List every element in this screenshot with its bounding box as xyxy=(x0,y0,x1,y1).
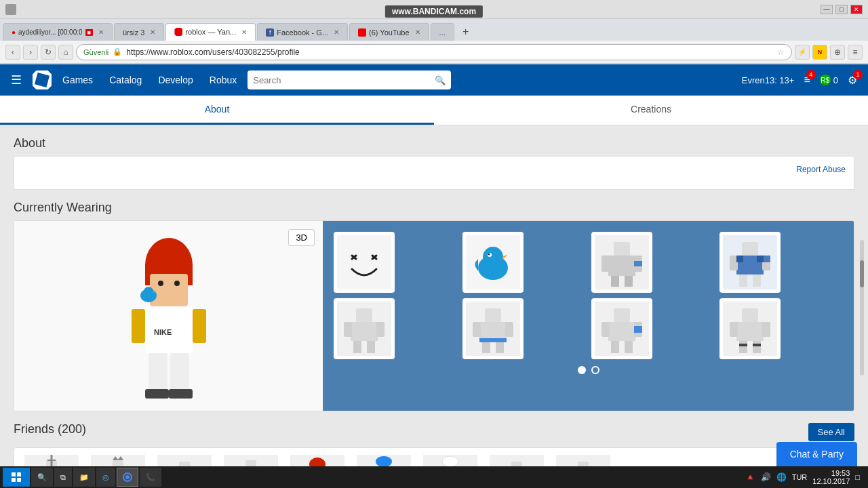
item-shirt[interactable] xyxy=(591,232,652,293)
tab-roblox[interactable]: roblox — Yan... ✕ xyxy=(165,23,256,41)
tab-close-4[interactable]: ✕ xyxy=(415,28,420,36)
taskbar-phone[interactable]: 📞 xyxy=(140,468,161,487)
avatar-preview: 3D NIKE xyxy=(14,221,323,411)
notification-icon[interactable]: 🔺 xyxy=(745,472,755,482)
title-bar-left xyxy=(5,4,16,15)
btn-3d[interactable]: 3D xyxy=(288,229,315,246)
tab-close-0[interactable]: ✕ xyxy=(98,28,104,36)
scroll-thumb[interactable] xyxy=(860,260,864,287)
tab-creations[interactable]: Creations xyxy=(434,96,868,125)
svg-rect-29 xyxy=(608,256,635,276)
chat-party-bar[interactable]: Chat & Party xyxy=(776,442,857,466)
chrome-taskbar-icon xyxy=(123,472,132,482)
scrollbar[interactable] xyxy=(860,240,864,375)
tab-youtube[interactable]: (6) YouTube ✕ xyxy=(349,23,429,41)
hamburger-menu[interactable]: ☰ xyxy=(11,73,22,87)
svg-rect-12 xyxy=(169,389,193,399)
nav-robux[interactable]: Robux xyxy=(210,75,237,85)
star-icon[interactable]: ☆ xyxy=(777,47,785,57)
item-body4[interactable] xyxy=(719,298,781,359)
item-pants[interactable] xyxy=(719,232,781,293)
taskbar-explorer[interactable]: 📁 xyxy=(73,468,95,487)
svg-rect-11 xyxy=(145,389,169,399)
taskbar-search[interactable]: 🔍 xyxy=(31,468,53,487)
settings-button[interactable]: ⚙ 1 xyxy=(848,74,857,87)
search-input[interactable] xyxy=(253,75,431,85)
svg-point-26 xyxy=(488,253,490,256)
profile-tabs: About Creations xyxy=(0,96,868,125)
reload-button[interactable]: ↻ xyxy=(41,45,56,60)
item-body3[interactable] xyxy=(591,298,652,359)
svg-point-152 xyxy=(125,475,130,479)
svg-rect-57 xyxy=(505,322,513,337)
tab-youtube-label: (6) YouTube xyxy=(369,28,410,37)
svg-rect-71 xyxy=(736,322,764,341)
svg-rect-43 xyxy=(743,256,750,262)
svg-rect-63 xyxy=(608,322,635,341)
svg-rect-47 xyxy=(356,308,372,322)
tab-2-label: ürsiz 3 xyxy=(123,28,144,37)
svg-point-132 xyxy=(442,456,458,467)
taskbar-browser[interactable]: ◎ xyxy=(96,468,115,487)
forward-button[interactable]: › xyxy=(23,45,38,60)
see-all-button[interactable]: See All xyxy=(808,423,854,441)
taskbar-chrome[interactable] xyxy=(117,468,138,487)
title-bar: — □ ✕ xyxy=(0,0,868,19)
tab-facebook[interactable]: f Facebook - G... ✕ xyxy=(257,23,348,41)
svg-rect-64 xyxy=(601,322,610,337)
svg-rect-55 xyxy=(479,322,507,341)
item-body1[interactable] xyxy=(334,298,395,359)
svg-rect-45 xyxy=(764,256,770,262)
tab-extra[interactable]: ... xyxy=(431,23,454,41)
maximize-button[interactable]: □ xyxy=(835,5,848,14)
network-icon[interactable]: 🌐 xyxy=(776,472,787,482)
taskbar-taskview[interactable]: ⧉ xyxy=(54,468,72,487)
svg-rect-62 xyxy=(614,308,630,322)
volume-icon[interactable]: 🔊 xyxy=(761,472,771,482)
menu-button[interactable]: ≡ xyxy=(848,45,863,60)
tab-about[interactable]: About xyxy=(0,96,434,125)
tab-recording[interactable]: ● aydediliyor... [00:00:0 ■ ✕ xyxy=(3,23,113,41)
tab-close-3[interactable]: ✕ xyxy=(334,28,339,36)
svg-rect-42 xyxy=(736,256,743,262)
tab-close-1[interactable]: ✕ xyxy=(150,28,155,36)
tab-2[interactable]: ürsiz 3 ✕ xyxy=(114,23,164,41)
roblox-logo[interactable] xyxy=(33,70,52,89)
minimize-button[interactable]: — xyxy=(821,5,833,14)
add-tab-button[interactable]: ⊕ xyxy=(830,45,845,60)
svg-point-14 xyxy=(144,287,153,296)
search-bar[interactable]: 🔍 xyxy=(248,70,451,89)
item-body2[interactable] xyxy=(462,298,524,359)
svg-point-124 xyxy=(376,456,392,467)
tab-close-2[interactable]: ✕ xyxy=(241,28,247,36)
svg-rect-44 xyxy=(757,256,764,262)
close-button[interactable]: ✕ xyxy=(850,5,863,14)
back-button[interactable]: ‹ xyxy=(5,45,20,60)
robux-button[interactable]: R$ 0 xyxy=(820,75,838,85)
about-title: About xyxy=(14,136,854,150)
extensions-button[interactable]: ⚡ xyxy=(795,45,810,60)
nav-catalog[interactable]: Catalog xyxy=(109,75,142,85)
norton-button[interactable]: N xyxy=(812,45,827,60)
nav-games[interactable]: Games xyxy=(62,75,93,85)
dot-1[interactable] xyxy=(578,366,586,374)
item-bird[interactable] xyxy=(462,232,524,293)
new-tab-button[interactable]: + xyxy=(457,23,475,41)
address-bar[interactable]: Güvenli 🔒 https://www.roblox.com/users/4… xyxy=(76,44,792,60)
home-button[interactable]: ⌂ xyxy=(58,45,73,60)
show-desktop[interactable]: □ xyxy=(855,473,860,481)
phone-icon: 📞 xyxy=(146,473,155,482)
svg-rect-74 xyxy=(739,341,747,353)
dot-2[interactable] xyxy=(591,366,599,374)
svg-rect-60 xyxy=(479,338,507,342)
task-view-icon: ⧉ xyxy=(60,473,66,482)
start-button[interactable] xyxy=(3,468,30,487)
wearing-container: 3D NIKE xyxy=(14,220,854,411)
tab-roblox-label: roblox — Yan... xyxy=(185,28,236,36)
report-abuse-link[interactable]: Report Abuse xyxy=(22,165,846,174)
time-text: 19:53 xyxy=(812,469,850,477)
svg-rect-28 xyxy=(614,242,630,256)
nav-develop[interactable]: Develop xyxy=(158,75,193,85)
item-face[interactable] xyxy=(334,232,395,293)
messages-button[interactable]: ≡ 4 xyxy=(804,74,810,86)
